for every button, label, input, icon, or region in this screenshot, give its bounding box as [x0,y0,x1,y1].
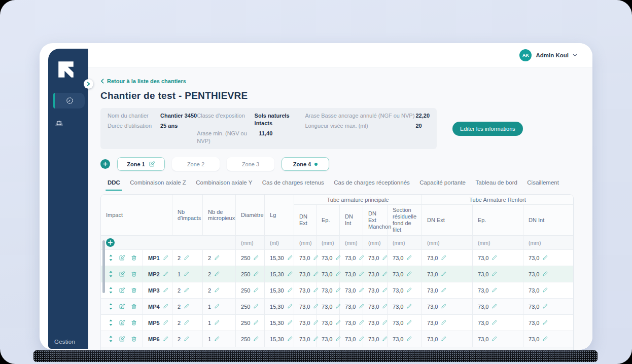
avatar[interactable]: AK [519,49,532,61]
edit-value-button[interactable] [542,255,548,261]
row-edit-button[interactable] [119,303,125,310]
edit-value-button[interactable] [253,336,259,342]
tab-tableau-de-bord[interactable]: Tableau de bord [475,179,517,191]
edit-value-button[interactable] [542,320,548,325]
row-delete-button[interactable] [131,336,137,342]
edit-value-button[interactable] [253,320,259,325]
edit-value-button[interactable] [335,271,341,277]
edit-value-button[interactable] [359,320,364,325]
edit-value-button[interactable] [406,336,412,342]
edit-value-button[interactable] [163,255,168,261]
edit-value-button[interactable] [491,304,497,309]
sidebar-expand-button[interactable] [84,79,93,89]
edit-value-button[interactable] [214,336,220,342]
edit-value-button[interactable] [184,255,189,261]
table-scrollbar[interactable] [102,240,105,293]
edit-value-button[interactable] [359,287,364,293]
add-impact-footer-button[interactable] [106,350,115,350]
row-delete-button[interactable] [131,319,137,326]
edit-value-button[interactable] [359,304,364,309]
zone-tab-1[interactable]: Zone 1 [117,157,165,171]
edit-value-button[interactable] [214,255,220,261]
add-impact-button[interactable] [106,238,115,247]
edit-value-button[interactable] [253,271,259,277]
row-edit-button[interactable] [119,319,125,326]
edit-value-button[interactable] [214,271,220,277]
edit-value-button[interactable] [184,271,189,277]
edit-value-button[interactable] [163,287,168,293]
edit-value-button[interactable] [441,336,446,342]
edit-value-button[interactable] [313,304,319,309]
edit-value-button[interactable] [184,287,189,293]
edit-value-button[interactable] [163,304,168,309]
edit-value-button[interactable] [491,287,497,293]
row-edit-button[interactable] [119,254,125,261]
edit-value-button[interactable] [287,255,293,261]
row-reorder-handle[interactable] [109,254,113,261]
edit-value-button[interactable] [406,287,412,293]
edit-value-button[interactable] [253,304,259,309]
tab-combinaison-axiale-y[interactable]: Combinaison axiale Y [196,179,252,191]
edit-value-button[interactable] [335,336,341,342]
tab-cas-de-charges-retenus[interactable]: Cas de charges retenus [262,179,324,191]
row-delete-button[interactable] [131,271,137,277]
row-edit-button[interactable] [119,336,125,342]
tab-cisaillement[interactable]: Cisaillement [527,179,559,191]
edit-value-button[interactable] [287,287,293,293]
edit-value-button[interactable] [441,255,446,261]
edit-value-button[interactable] [542,287,548,293]
zone-edit-icon[interactable] [149,161,155,167]
edit-value-button[interactable] [163,271,168,277]
row-delete-button[interactable] [131,254,137,261]
edit-value-button[interactable] [287,271,293,277]
edit-value-button[interactable] [335,304,341,309]
edit-informations-button[interactable]: Editer les informations [452,122,523,136]
edit-value-button[interactable] [214,320,220,325]
edit-value-button[interactable] [214,304,220,309]
edit-value-button[interactable] [542,271,548,277]
edit-value-button[interactable] [542,304,548,309]
tab-cas-de-charges-r-ceptionn-s[interactable]: Cas de charges réceptionnés [334,179,410,191]
edit-value-button[interactable] [335,255,341,261]
edit-value-button[interactable] [359,271,364,277]
zone-tab-2[interactable]: Zone 2 [172,157,220,171]
edit-value-button[interactable] [382,320,388,325]
edit-value-button[interactable] [491,320,497,325]
back-link[interactable]: Retour à la liste des chantiers [100,78,186,84]
edit-value-button[interactable] [441,320,446,325]
sidebar-item-chantiers[interactable] [55,116,73,129]
edit-value-button[interactable] [214,287,220,293]
row-reorder-handle[interactable] [109,303,113,310]
zone-tab-3[interactable]: Zone 3 [227,157,274,171]
edit-value-button[interactable] [441,287,446,293]
edit-value-button[interactable] [287,304,293,309]
row-delete-button[interactable] [131,303,137,310]
edit-value-button[interactable] [382,287,388,293]
edit-value-button[interactable] [441,304,446,309]
edit-value-button[interactable] [313,287,319,293]
edit-value-button[interactable] [542,336,548,342]
tab-capacit-portante[interactable]: Capacité portante [419,179,466,191]
edit-value-button[interactable] [491,271,497,277]
row-reorder-handle[interactable] [109,287,113,294]
edit-value-button[interactable] [313,336,319,342]
edit-value-button[interactable] [382,271,388,277]
edit-value-button[interactable] [253,287,259,293]
edit-value-button[interactable] [406,320,412,325]
row-delete-button[interactable] [131,287,137,294]
edit-value-button[interactable] [382,304,388,309]
edit-value-button[interactable] [287,336,293,342]
row-reorder-handle[interactable] [109,271,113,277]
edit-value-button[interactable] [359,336,364,342]
edit-value-button[interactable] [335,287,341,293]
row-edit-button[interactable] [119,271,125,277]
sidebar-item-dashboard[interactable] [53,93,85,108]
edit-value-button[interactable] [382,336,388,342]
edit-value-button[interactable] [163,336,168,342]
edit-value-button[interactable] [406,304,412,309]
edit-value-button[interactable] [406,271,412,277]
edit-value-button[interactable] [441,271,446,277]
edit-value-button[interactable] [382,255,388,261]
tab-combinaison-axiale-z[interactable]: Combinaison axiale Z [130,179,186,191]
row-reorder-handle[interactable] [109,336,113,342]
